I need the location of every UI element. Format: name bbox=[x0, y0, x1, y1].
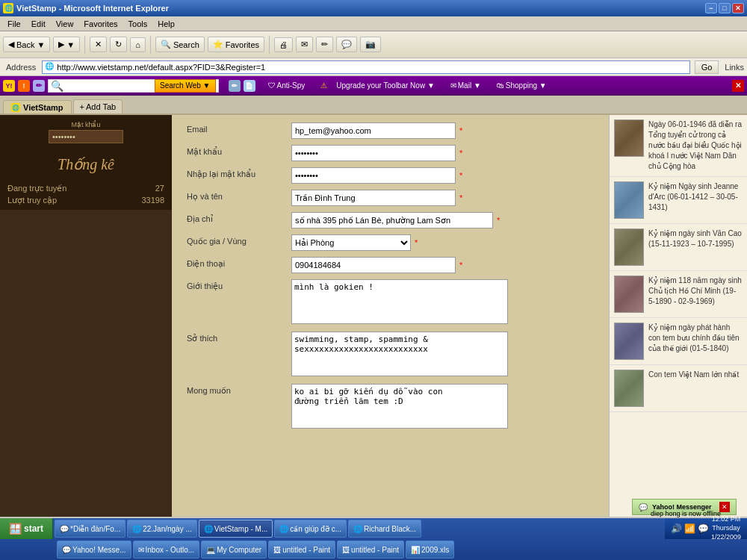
yahoo-separator-4 bbox=[442, 79, 443, 93]
print-button[interactable]: 🖨 bbox=[274, 37, 293, 52]
add-tab-plus-icon: + bbox=[80, 102, 84, 111]
stop-button[interactable]: ✕ bbox=[90, 37, 107, 52]
address-input[interactable] bbox=[291, 212, 493, 228]
bottom-item-icon-4: 🖼 bbox=[342, 546, 350, 554]
email-button[interactable]: ✉ bbox=[296, 37, 313, 52]
taskbar-bottom-item-3[interactable]: 🖼 untitled - Paint bbox=[268, 541, 335, 559]
close-button[interactable]: ✕ bbox=[732, 3, 744, 13]
wishes-textarea[interactable]: ko ai bi gỡ kiến dụ dỗ vào con đường tri… bbox=[291, 384, 508, 429]
yahoo-toolbar-close-button[interactable]: ✕ bbox=[732, 80, 744, 92]
yahoo-separator-1 bbox=[223, 79, 224, 93]
phone-input[interactable] bbox=[291, 257, 456, 273]
search-button[interactable]: 🔍 Search bbox=[155, 37, 205, 52]
intro-textarea[interactable]: mình là gokien ! bbox=[291, 279, 508, 324]
taskbar-item-4[interactable]: 🌐 Richard Black... bbox=[348, 520, 421, 538]
yahoo-y-icon[interactable]: Y! bbox=[3, 80, 15, 92]
bottom-item-label-3: untitled - Paint bbox=[282, 546, 330, 554]
fullname-field-wrap: * bbox=[291, 190, 594, 206]
yahoo-edit2-icon[interactable]: ✏ bbox=[229, 80, 241, 92]
mail-icon: ✉ bbox=[450, 81, 456, 90]
fullname-required: * bbox=[459, 193, 462, 202]
stamp-thumbnail-2[interactable] bbox=[614, 228, 644, 266]
sidebar-password-input[interactable] bbox=[49, 130, 123, 143]
email-row: Email * bbox=[187, 122, 594, 139]
confirm-password-row: Nhập lại mật khẩu * bbox=[187, 167, 594, 184]
refresh-button[interactable]: ↻ bbox=[110, 37, 127, 52]
links-button[interactable]: Links bbox=[725, 63, 744, 72]
menu-edit[interactable]: Edit bbox=[27, 18, 50, 30]
menu-help[interactable]: Help bbox=[153, 18, 179, 30]
online-row: Đang trực tuyến 27 bbox=[7, 184, 164, 193]
tray-icon-speaker: 🔊 bbox=[671, 523, 682, 534]
password-input[interactable] bbox=[291, 145, 456, 161]
forward-button[interactable]: ▶ ▼ bbox=[53, 37, 80, 52]
confirm-password-input[interactable] bbox=[291, 167, 456, 184]
yahoo-search-icon: 🔍 bbox=[51, 80, 63, 92]
taskbar-item-1[interactable]: 🌐 22.Jan/ngày ... bbox=[127, 520, 197, 538]
yahoo-warning-icon[interactable]: ⚠ bbox=[317, 80, 330, 91]
password-field-wrap: * bbox=[291, 145, 594, 161]
main-content-area: Mật khẩu Thống kê Đang trực tuyến 27 Lượ… bbox=[0, 115, 747, 517]
bottom-item-icon-3: 🖼 bbox=[273, 546, 281, 554]
address-input[interactable] bbox=[57, 63, 686, 72]
minimize-button[interactable]: − bbox=[705, 3, 717, 13]
taskbar-bottom-item-1[interactable]: ✉ Inbox - Outlo... bbox=[133, 541, 200, 559]
menu-file[interactable]: File bbox=[3, 18, 25, 30]
fullname-label: Họ và tên bbox=[187, 190, 291, 202]
home-button[interactable]: ⌂ bbox=[130, 37, 146, 52]
yahoo-edit-icon[interactable]: ✏ bbox=[33, 80, 45, 92]
messenger-close-button[interactable]: ✕ bbox=[719, 502, 730, 512]
back-button[interactable]: ◀ Back ▼ bbox=[3, 37, 50, 52]
confirm-password-field-wrap: * bbox=[291, 167, 594, 184]
intro-row: Giới thiệu mình là gokien ! bbox=[187, 279, 594, 326]
maximize-button[interactable]: □ bbox=[719, 3, 731, 13]
taskbar-bottom-item-0[interactable]: 💬 Yahoo! Messe... bbox=[57, 541, 131, 559]
windows-logo-icon: 🪟 bbox=[9, 523, 22, 535]
taskbar-item-3[interactable]: 🌐 cần giúp đỡ c... bbox=[274, 520, 347, 538]
menu-view[interactable]: View bbox=[52, 18, 78, 30]
country-select[interactable]: Hải Phòng bbox=[291, 234, 411, 251]
right-item-2: Kỷ niệm ngày sinh Văn Cao (15-11-1923 – … bbox=[610, 224, 747, 271]
menu-favorites[interactable]: Favorites bbox=[79, 18, 122, 30]
wishes-field-wrap: ko ai bi gỡ kiến dụ dỗ vào con đường tri… bbox=[291, 384, 594, 430]
menu-tools[interactable]: Tools bbox=[124, 18, 152, 30]
stamp-thumbnail-1[interactable] bbox=[614, 181, 644, 219]
back-arrow-icon: ◀ bbox=[8, 40, 14, 49]
intro-label: Giới thiệu bbox=[187, 279, 291, 291]
taskbar-bottom-item-5[interactable]: 📊 2009.xls bbox=[406, 541, 454, 559]
taskbar-item-2[interactable]: 🌐 VietStamp - M... bbox=[199, 520, 273, 538]
messenger-button[interactable]: 📷 bbox=[360, 37, 381, 52]
email-label: Email bbox=[187, 122, 291, 134]
fullname-input[interactable] bbox=[291, 190, 456, 206]
yahoo-upgrade-button[interactable]: Upgrade your Toolbar Now ▼ bbox=[333, 80, 437, 91]
stamp-thumbnail-5[interactable] bbox=[614, 370, 644, 407]
favorites-button[interactable]: ⭐ Favorites bbox=[208, 37, 264, 52]
yahoo-antispy-button[interactable]: 🛡 Anti-Spy bbox=[265, 80, 309, 91]
yahoo-search-input[interactable] bbox=[65, 81, 155, 90]
add-tab-button[interactable]: + Add Tab bbox=[73, 99, 123, 113]
stamp-thumbnail-4[interactable] bbox=[614, 323, 644, 360]
taskbar-bottom-item-2[interactable]: 💻 My Computer bbox=[201, 541, 267, 559]
right-item-text-0: Ngày 06-01-1946 đã diễn ra Tổng tuyển cử… bbox=[648, 119, 743, 172]
start-button[interactable]: 🪟 start bbox=[0, 518, 53, 539]
yahoo-mail-button[interactable]: ✉ Mail ▼ bbox=[447, 80, 484, 91]
discuss-button[interactable]: 💬 bbox=[336, 37, 357, 52]
go-button[interactable]: Go bbox=[695, 60, 719, 74]
yahoo-bang-icon[interactable]: ! bbox=[18, 80, 30, 92]
right-item-1: Kỷ niệm Ngày sinh Jeanne d'Arc (06-01-14… bbox=[610, 177, 747, 224]
edit-button[interactable]: ✏ bbox=[316, 37, 333, 52]
yahoo-page-icon[interactable]: 📄 bbox=[244, 80, 255, 92]
email-input[interactable] bbox=[291, 122, 456, 139]
yahoo-search-button[interactable]: Search Web ▼ bbox=[155, 79, 216, 93]
hobbies-textarea[interactable]: swimming, stamp, spamming & sexxxxxxxxxx… bbox=[291, 332, 508, 376]
taskbar-bottom-item-4[interactable]: 🖼 untitled - Paint bbox=[337, 541, 404, 559]
yahoo-shopping-button[interactable]: 🛍 Shopping ▼ bbox=[494, 80, 550, 91]
stamp-thumbnail-0[interactable] bbox=[614, 119, 644, 157]
taskbar-item-0[interactable]: 💬 *Diễn đàn/Fo... bbox=[55, 520, 125, 538]
bottom-item-icon-5: 📊 bbox=[411, 546, 420, 554]
toolbar-separator-3 bbox=[269, 36, 270, 54]
tab-vietstamp[interactable]: 🌐 VietStamp bbox=[3, 100, 72, 113]
taskbar-item-label-0: *Diễn đàn/Fo... bbox=[70, 525, 120, 533]
stamp-thumbnail-3[interactable] bbox=[614, 276, 644, 313]
bottom-item-label-4: untitled - Paint bbox=[351, 546, 399, 554]
